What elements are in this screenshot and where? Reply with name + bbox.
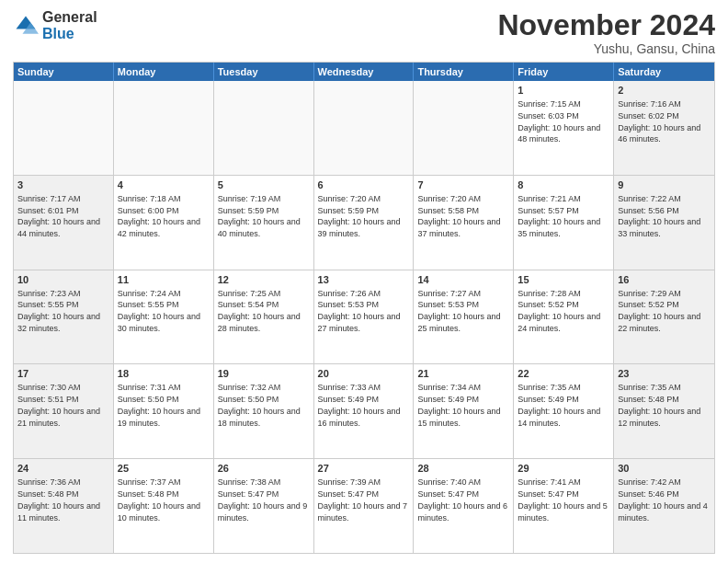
day-number: 18 [118, 367, 210, 381]
cal-cell-empty [214, 81, 314, 175]
cal-cell-day-20: 20Sunrise: 7:33 AM Sunset: 5:49 PM Dayli… [314, 364, 415, 458]
day-number: 30 [618, 462, 711, 476]
day-info: Sunrise: 7:19 AM Sunset: 5:59 PM Dayligh… [218, 194, 301, 238]
cal-cell-day-3: 3Sunrise: 7:17 AM Sunset: 6:01 PM Daylig… [14, 176, 114, 270]
cal-cell-day-21: 21Sunrise: 7:34 AM Sunset: 5:49 PM Dayli… [414, 364, 514, 458]
day-info: Sunrise: 7:40 AM Sunset: 5:47 PM Dayligh… [417, 477, 507, 522]
day-number: 21 [417, 367, 509, 381]
cal-cell-empty [314, 81, 415, 175]
day-info: Sunrise: 7:33 AM Sunset: 5:49 PM Dayligh… [318, 383, 401, 427]
day-info: Sunrise: 7:31 AM Sunset: 5:50 PM Dayligh… [118, 383, 200, 427]
cal-week-4: 17Sunrise: 7:30 AM Sunset: 5:51 PM Dayli… [14, 363, 714, 458]
cal-header-sunday: Sunday [14, 63, 114, 81]
cal-cell-day-9: 9Sunrise: 7:22 AM Sunset: 5:56 PM Daylig… [614, 176, 714, 270]
cal-week-2: 3Sunrise: 7:17 AM Sunset: 6:01 PM Daylig… [14, 175, 714, 270]
day-number: 29 [518, 462, 609, 476]
location: Yushu, Gansu, China [497, 41, 715, 56]
cal-cell-empty [14, 81, 114, 175]
day-number: 8 [518, 178, 609, 192]
day-info: Sunrise: 7:20 AM Sunset: 5:58 PM Dayligh… [417, 194, 500, 238]
cal-cell-day-5: 5Sunrise: 7:19 AM Sunset: 5:59 PM Daylig… [214, 176, 314, 270]
day-number: 16 [618, 273, 711, 287]
day-info: Sunrise: 7:27 AM Sunset: 5:53 PM Dayligh… [417, 289, 500, 333]
day-number: 2 [618, 84, 711, 98]
cal-cell-day-18: 18Sunrise: 7:31 AM Sunset: 5:50 PM Dayli… [114, 364, 214, 458]
day-info: Sunrise: 7:17 AM Sunset: 6:01 PM Dayligh… [17, 194, 100, 238]
cal-cell-day-4: 4Sunrise: 7:18 AM Sunset: 6:00 PM Daylig… [114, 176, 214, 270]
day-number: 4 [118, 178, 210, 192]
cal-cell-day-17: 17Sunrise: 7:30 AM Sunset: 5:51 PM Dayli… [14, 364, 114, 458]
cal-header-thursday: Thursday [414, 63, 514, 81]
day-info: Sunrise: 7:25 AM Sunset: 5:54 PM Dayligh… [218, 289, 301, 333]
day-number: 15 [518, 273, 609, 287]
cal-cell-day-2: 2Sunrise: 7:16 AM Sunset: 6:02 PM Daylig… [614, 81, 714, 175]
day-info: Sunrise: 7:28 AM Sunset: 5:52 PM Dayligh… [518, 289, 600, 333]
day-info: Sunrise: 7:38 AM Sunset: 5:47 PM Dayligh… [218, 477, 308, 522]
cal-cell-day-19: 19Sunrise: 7:32 AM Sunset: 5:50 PM Dayli… [214, 364, 314, 458]
day-number: 17 [17, 367, 109, 381]
day-number: 10 [17, 273, 109, 287]
day-number: 14 [417, 273, 509, 287]
cal-cell-day-11: 11Sunrise: 7:24 AM Sunset: 5:55 PM Dayli… [114, 270, 214, 364]
cal-cell-day-23: 23Sunrise: 7:35 AM Sunset: 5:48 PM Dayli… [614, 364, 714, 458]
day-info: Sunrise: 7:22 AM Sunset: 5:56 PM Dayligh… [618, 194, 700, 238]
cal-cell-day-8: 8Sunrise: 7:21 AM Sunset: 5:57 PM Daylig… [514, 176, 614, 270]
calendar: SundayMondayTuesdayWednesdayThursdayFrid… [13, 62, 715, 554]
day-info: Sunrise: 7:37 AM Sunset: 5:48 PM Dayligh… [118, 477, 200, 522]
month-title: November 2024 [497, 9, 715, 41]
cal-cell-day-30: 30Sunrise: 7:42 AM Sunset: 5:46 PM Dayli… [614, 459, 714, 553]
day-number: 11 [118, 273, 210, 287]
calendar-header: SundayMondayTuesdayWednesdayThursdayFrid… [14, 63, 714, 81]
day-number: 13 [318, 273, 410, 287]
day-number: 9 [618, 178, 711, 192]
day-info: Sunrise: 7:23 AM Sunset: 5:55 PM Dayligh… [17, 289, 100, 333]
cal-cell-day-22: 22Sunrise: 7:35 AM Sunset: 5:49 PM Dayli… [514, 364, 614, 458]
day-info: Sunrise: 7:32 AM Sunset: 5:50 PM Dayligh… [218, 383, 301, 427]
day-info: Sunrise: 7:20 AM Sunset: 5:59 PM Dayligh… [318, 194, 401, 238]
calendar-body: 1Sunrise: 7:15 AM Sunset: 6:03 PM Daylig… [14, 81, 714, 553]
cal-header-monday: Monday [114, 63, 214, 81]
day-number: 27 [318, 462, 410, 476]
day-number: 22 [518, 367, 609, 381]
day-info: Sunrise: 7:42 AM Sunset: 5:46 PM Dayligh… [618, 477, 708, 522]
day-number: 20 [318, 367, 410, 381]
day-info: Sunrise: 7:39 AM Sunset: 5:47 PM Dayligh… [318, 477, 408, 522]
page: General Blue November 2024 Yushu, Gansu,… [0, 0, 728, 563]
cal-cell-day-6: 6Sunrise: 7:20 AM Sunset: 5:59 PM Daylig… [314, 176, 415, 270]
cal-cell-empty [114, 81, 214, 175]
day-number: 3 [17, 178, 109, 192]
logo-icon [13, 13, 39, 39]
logo-blue-text: Blue [42, 26, 97, 42]
day-info: Sunrise: 7:30 AM Sunset: 5:51 PM Dayligh… [17, 383, 100, 427]
day-number: 7 [417, 178, 509, 192]
day-info: Sunrise: 7:16 AM Sunset: 6:02 PM Dayligh… [618, 99, 700, 144]
cal-cell-day-14: 14Sunrise: 7:27 AM Sunset: 5:53 PM Dayli… [414, 270, 514, 364]
cal-cell-day-16: 16Sunrise: 7:29 AM Sunset: 5:52 PM Dayli… [614, 270, 714, 364]
day-info: Sunrise: 7:26 AM Sunset: 5:53 PM Dayligh… [318, 289, 401, 333]
day-number: 19 [218, 367, 310, 381]
day-info: Sunrise: 7:15 AM Sunset: 6:03 PM Dayligh… [518, 99, 600, 144]
day-info: Sunrise: 7:18 AM Sunset: 6:00 PM Dayligh… [118, 194, 200, 238]
day-info: Sunrise: 7:36 AM Sunset: 5:48 PM Dayligh… [17, 477, 100, 522]
day-info: Sunrise: 7:35 AM Sunset: 5:49 PM Dayligh… [518, 383, 600, 427]
day-info: Sunrise: 7:41 AM Sunset: 5:47 PM Dayligh… [518, 477, 608, 522]
day-number: 6 [318, 178, 410, 192]
logo-text: General Blue [42, 9, 97, 41]
cal-cell-day-25: 25Sunrise: 7:37 AM Sunset: 5:48 PM Dayli… [114, 459, 214, 553]
cal-cell-empty [414, 81, 514, 175]
cal-week-3: 10Sunrise: 7:23 AM Sunset: 5:55 PM Dayli… [14, 270, 714, 364]
cal-cell-day-13: 13Sunrise: 7:26 AM Sunset: 5:53 PM Dayli… [314, 270, 415, 364]
day-info: Sunrise: 7:35 AM Sunset: 5:48 PM Dayligh… [618, 383, 700, 427]
cal-cell-day-24: 24Sunrise: 7:36 AM Sunset: 5:48 PM Dayli… [14, 459, 114, 553]
day-info: Sunrise: 7:21 AM Sunset: 5:57 PM Dayligh… [518, 194, 600, 238]
day-number: 1 [518, 84, 609, 98]
cal-cell-day-28: 28Sunrise: 7:40 AM Sunset: 5:47 PM Dayli… [414, 459, 514, 553]
cal-cell-day-15: 15Sunrise: 7:28 AM Sunset: 5:52 PM Dayli… [514, 270, 614, 364]
day-number: 23 [618, 367, 711, 381]
logo-general-text: General [42, 9, 97, 26]
cal-header-wednesday: Wednesday [314, 63, 415, 81]
cal-header-tuesday: Tuesday [214, 63, 314, 81]
cal-header-friday: Friday [514, 63, 614, 81]
cal-header-saturday: Saturday [614, 63, 714, 81]
day-number: 24 [17, 462, 109, 476]
